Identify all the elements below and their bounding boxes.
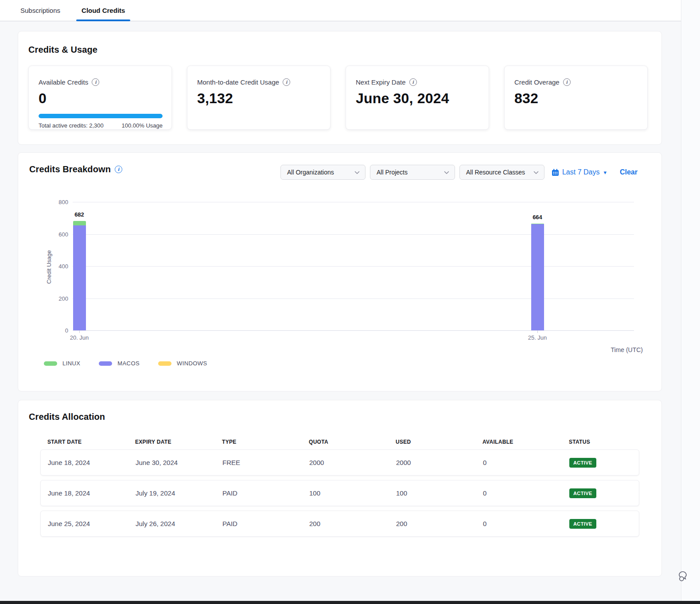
tab-cloud-credits[interactable]: Cloud Credits (71, 0, 136, 21)
gridline-y-200 (73, 298, 634, 299)
bar-segment-macos (73, 225, 86, 330)
stat-card-label-row: Next Expiry Datei (356, 78, 479, 86)
table-row: June 25, 2024July 26, 2024PAID2002000ACT… (40, 511, 639, 537)
bar-value-label: 664 (524, 214, 551, 221)
cell-status: ACTIVE (569, 519, 639, 529)
column-header-start-date: START DATE (47, 439, 135, 445)
cell-quota: 2000 (309, 459, 396, 466)
total-active-credits-text: Total active credits: 2,300 (39, 122, 104, 129)
stat-card-label-row: Available Creditsi (39, 78, 162, 86)
x-axis-title: Time (UTC) (611, 346, 643, 353)
credits-breakdown-panel: Credits Breakdown i All OrganizationsAll… (18, 152, 662, 391)
y-axis-tick-label: 0 (50, 327, 68, 334)
x-axis-tick-label: 25. Jun (522, 334, 553, 341)
cell-type: FREE (222, 459, 309, 466)
cell-expiry: July 26, 2024 (136, 520, 222, 527)
cell-used: 100 (396, 489, 483, 497)
cell-used: 200 (396, 520, 483, 527)
cell-used: 2000 (396, 459, 483, 466)
credits-usage-title: Credits & Usage (28, 45, 651, 55)
stat-card-label: Credit Overage (514, 78, 560, 86)
status-badge: ACTIVE (569, 488, 596, 498)
stat-card-footer: Total active credits: 2,300100.00% Usage (39, 122, 163, 129)
credits-progress-fill (39, 114, 163, 118)
stat-card-label-row: Month-to-date Credit Usagei (197, 78, 320, 86)
chat-bubbles-icon[interactable] (677, 570, 691, 583)
window-bottom-edge (0, 601, 700, 604)
gridline-y-0 (73, 330, 634, 331)
stat-card-value: June 30, 2024 (356, 90, 479, 107)
cell-start: June 18, 2024 (48, 459, 136, 466)
usage-percent-text: 100.00% Usage (121, 122, 163, 129)
stat-card-label: Month-to-date Credit Usage (197, 78, 279, 86)
cell-start: June 18, 2024 (48, 489, 136, 497)
bar-segment-linux (73, 221, 86, 225)
column-header-status: STATUS (569, 439, 639, 445)
allocation-table-body: June 18, 2024June 30, 2024FREE200020000A… (40, 449, 639, 537)
y-axis-tick-label: 800 (50, 199, 68, 205)
stat-card-1: Month-to-date Credit Usagei3,132 (187, 66, 331, 130)
cell-status: ACTIVE (569, 458, 639, 468)
bar-value-label: 682 (66, 211, 93, 218)
stat-cards-row: Available Creditsi0Total active credits:… (28, 66, 651, 130)
allocation-table: START DATEEXPIRY DATETYPEQUOTAUSEDAVAILA… (40, 439, 639, 537)
x-axis-tick-mark (537, 330, 538, 333)
x-axis-tick-mark (79, 330, 80, 333)
status-badge: ACTIVE (569, 519, 596, 529)
legend-label: WINDOWS (177, 360, 207, 367)
bar-segment-macos (531, 224, 544, 330)
legend-label: MACOS (117, 360, 140, 367)
legend-swatch (158, 361, 171, 366)
main-content: Subscriptions Cloud Credits Credits & Us… (0, 0, 681, 577)
cell-quota: 100 (309, 489, 396, 497)
cell-quota: 200 (309, 520, 396, 527)
stat-card-value: 3,132 (197, 90, 320, 107)
legend-item-macos[interactable]: MACOS (99, 360, 140, 367)
info-icon[interactable]: i (283, 78, 290, 86)
x-axis-tick-label: 20. Jun (64, 334, 95, 341)
y-axis-title: Credit Usage (46, 250, 52, 284)
legend-swatch (99, 361, 112, 366)
stat-card-label-row: Credit Overagei (514, 78, 638, 86)
chart-legend: LINUXMACOSWINDOWS (44, 360, 207, 367)
gridline-y-800 (73, 202, 634, 202)
tab-subscriptions[interactable]: Subscriptions (10, 0, 71, 21)
cell-available: 0 (483, 489, 569, 497)
stat-card-2: Next Expiry DateiJune 30, 2024 (346, 66, 489, 130)
stat-card-label: Available Credits (39, 78, 88, 86)
legend-item-linux[interactable]: LINUX (44, 360, 80, 367)
stat-card-value: 0 (39, 90, 162, 107)
column-header-available: AVAILABLE (482, 439, 569, 445)
credit-usage-chart: 0200400600800Credit Usage68220. Jun66425… (18, 153, 661, 391)
allocation-table-header: START DATEEXPIRY DATETYPEQUOTAUSEDAVAILA… (40, 439, 639, 445)
stat-card-label: Next Expiry Date (356, 78, 406, 86)
gridline-y-600 (73, 234, 634, 235)
cell-available: 0 (483, 459, 569, 466)
cell-expiry: July 19, 2024 (136, 489, 222, 497)
y-axis-tick-label: 200 (50, 295, 68, 302)
stat-card-3: Credit Overagei832 (504, 66, 648, 130)
tab-bar: Subscriptions Cloud Credits (0, 0, 681, 21)
cell-type: PAID (222, 489, 309, 497)
table-row: June 18, 2024July 19, 2024PAID1001000ACT… (40, 480, 639, 506)
credits-usage-panel: Credits & Usage Available Creditsi0Total… (18, 31, 662, 145)
legend-label: LINUX (62, 360, 80, 367)
column-header-expiry-date: EXPIRY DATE (135, 439, 222, 445)
status-badge: ACTIVE (569, 458, 596, 468)
info-icon[interactable]: i (409, 78, 417, 86)
cell-expiry: June 30, 2024 (136, 459, 222, 466)
credits-progress-bar (39, 114, 163, 118)
column-header-used: USED (396, 439, 482, 445)
legend-swatch (44, 361, 57, 366)
info-icon[interactable]: i (92, 78, 99, 86)
stat-card-value: 832 (514, 90, 638, 107)
stat-card-0: Available Creditsi0Total active credits:… (28, 66, 172, 130)
cell-status: ACTIVE (569, 488, 639, 498)
cell-available: 0 (483, 520, 569, 527)
gridline-y-400 (73, 266, 634, 267)
scrollbar-gutter[interactable] (681, 0, 700, 601)
column-header-type: TYPE (222, 439, 309, 445)
y-axis-tick-label: 400 (50, 263, 68, 270)
info-icon[interactable]: i (563, 78, 571, 86)
legend-item-windows[interactable]: WINDOWS (158, 360, 207, 367)
